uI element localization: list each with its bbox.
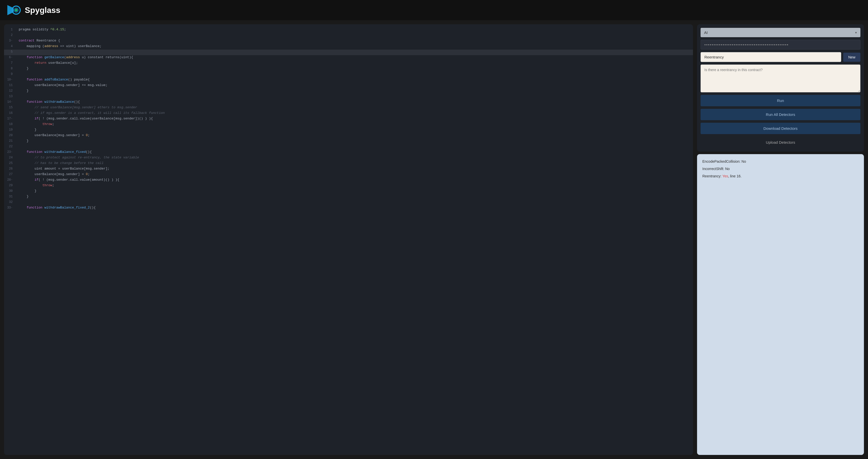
code-line: 32 — [4, 200, 693, 206]
run-button[interactable]: Run — [701, 95, 860, 106]
code-line: 7 return userBalance[u]; — [4, 61, 693, 66]
line-content: contract Reentrance { — [17, 39, 693, 42]
line-number: 28· — [4, 178, 17, 182]
line-content: function withdrawBalance_fixed_2(){ — [17, 206, 693, 210]
line-number: 33· — [4, 206, 17, 210]
line-content: } — [17, 194, 693, 198]
detector-row: ReentrancyEncodePackedCollisionIncorrect… — [701, 52, 860, 62]
code-line: 22 — [4, 144, 693, 150]
line-number: 19 — [4, 128, 17, 131]
line-number: 31 — [4, 194, 17, 198]
code-panel: 1pragma solidity ^0.4.15;23·contract Ree… — [4, 24, 693, 455]
line-content: } — [17, 89, 693, 93]
code-line: 29 throw; — [4, 183, 693, 189]
line-content: return userBalance[u]; — [17, 61, 693, 65]
code-line: 3·contract Reentrance { — [4, 38, 693, 44]
code-line: 31 } — [4, 194, 693, 200]
line-content: throw; — [17, 122, 693, 126]
code-line: 25 // has to be change before the call — [4, 161, 693, 166]
line-number: 7 — [4, 61, 17, 65]
line-number: 11 — [4, 83, 17, 87]
code-line: 33· function withdrawBalance_fixed_2(){ — [4, 206, 693, 211]
line-number: 32 — [4, 200, 17, 204]
line-number: 9 — [4, 72, 17, 76]
ai-select-wrapper: AIGPT-4GPT-3.5 — [701, 28, 860, 37]
line-content: // send userBalance[msg.sender] ethers t… — [17, 105, 693, 109]
line-content: // to protect against re-entrancy, the s… — [17, 156, 693, 159]
app-title: Spyglass — [25, 6, 60, 15]
line-content: } — [17, 128, 693, 131]
line-content: } — [17, 66, 693, 70]
code-line: 18 throw; — [4, 122, 693, 127]
line-content: throw; — [17, 183, 693, 187]
upload-detectors-button[interactable]: Upload Detectors — [701, 136, 860, 148]
line-content: // if mgs.sender is a contract, it will … — [17, 111, 693, 115]
code-line: 17· if( ! (msg.sender.call.value(userBal… — [4, 116, 693, 122]
line-content: userBalance[msg.sender] += msg.value; — [17, 83, 693, 87]
code-line: 8 } — [4, 66, 693, 72]
code-line: 14· function withdrawBalance(){ — [4, 100, 693, 105]
code-line: 9 — [4, 72, 693, 78]
line-number: 12 — [4, 89, 17, 93]
line-content: pragma solidity ^0.4.15; — [17, 28, 693, 31]
code-line: 26 uint amount = userBalance[msg.sender]… — [4, 166, 693, 172]
code-line: 24 // to protect against re-entrancy, th… — [4, 155, 693, 161]
line-number: 21 — [4, 139, 17, 143]
line-content: // has to be change before the call — [17, 161, 693, 165]
code-line: 2 — [4, 33, 693, 38]
code-line: 21 } — [4, 139, 693, 144]
line-content: function withdrawBalance_fixed(){ — [17, 150, 693, 154]
run-all-detectors-button[interactable]: Run All Detectors — [701, 109, 860, 120]
code-line: 27 userBalance[msg.sender] = 0; — [4, 172, 693, 178]
right-panel: AIGPT-4GPT-3.5 ReentrancyEncodePackedCol… — [697, 24, 864, 455]
line-number: 17· — [4, 117, 17, 120]
line-number: 4 — [4, 44, 17, 48]
line-number: 20 — [4, 133, 17, 137]
code-editor[interactable]: 1pragma solidity ^0.4.15;23·contract Ree… — [4, 24, 693, 455]
new-button[interactable]: New — [843, 53, 860, 62]
line-number: 16 — [4, 111, 17, 115]
code-line: 1pragma solidity ^0.4.15; — [4, 27, 693, 33]
line-number: 8 — [4, 66, 17, 70]
result-line: Reentrancy: Yes, line 16. — [702, 173, 859, 179]
controls-panel: AIGPT-4GPT-3.5 ReentrancyEncodePackedCol… — [697, 24, 864, 152]
download-detectors-button[interactable]: Download Detectors — [701, 123, 860, 134]
results-panel: EncodePackedCollision: NoIncorrectShift:… — [697, 154, 864, 455]
line-number: 29 — [4, 183, 17, 187]
line-number: 10· — [4, 78, 17, 82]
result-line: EncodePackedCollision: No — [702, 158, 859, 165]
code-line: 5 — [4, 50, 693, 55]
api-key-input[interactable] — [701, 40, 860, 50]
code-line: 6· function getBalance(address u) consta… — [4, 55, 693, 61]
line-number: 23· — [4, 150, 17, 154]
line-number: 2 — [4, 33, 17, 37]
code-line: 23· function withdrawBalance_fixed(){ — [4, 150, 693, 155]
line-content: uint amount = userBalance[msg.sender]; — [17, 167, 693, 171]
line-number: 27 — [4, 172, 17, 176]
code-line: 12 } — [4, 89, 693, 94]
code-line: 10· function addToBalance() payable{ — [4, 78, 693, 83]
query-textarea[interactable] — [701, 64, 860, 92]
code-line: 20 userBalance[msg.sender] = 0; — [4, 133, 693, 139]
line-content: mapping (address => uint) userBalance; — [17, 44, 693, 48]
line-number: 30 — [4, 189, 17, 193]
line-number: 22 — [4, 145, 17, 148]
app-header: Spyglass — [0, 0, 868, 20]
main-layout: 1pragma solidity ^0.4.15;23·contract Ree… — [0, 20, 868, 459]
line-content: userBalance[msg.sender] = 0; — [17, 133, 693, 137]
result-line: IncorrectShift: No — [702, 166, 859, 172]
line-number: 6· — [4, 55, 17, 59]
code-line: 19 } — [4, 127, 693, 133]
code-line: 4 mapping (address => uint) userBalance; — [4, 44, 693, 50]
logo-icon — [6, 3, 21, 18]
code-line: 11 userBalance[msg.sender] += msg.value; — [4, 83, 693, 89]
line-number: 15 — [4, 105, 17, 109]
line-content: function addToBalance() payable{ — [17, 78, 693, 82]
line-content: if( ! (msg.sender.call.value(userBalance… — [17, 117, 693, 120]
detector-select[interactable]: ReentrancyEncodePackedCollisionIncorrect… — [701, 52, 841, 62]
line-number: 18 — [4, 122, 17, 126]
line-content: } — [17, 139, 693, 143]
code-line: 13 — [4, 94, 693, 100]
ai-select[interactable]: AIGPT-4GPT-3.5 — [701, 28, 860, 37]
line-number: 25 — [4, 161, 17, 165]
